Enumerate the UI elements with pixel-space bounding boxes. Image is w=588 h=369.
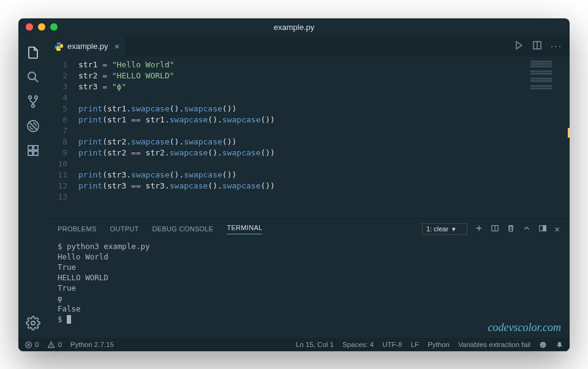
status-warnings[interactable]: 0 bbox=[47, 341, 61, 349]
status-cursor-position[interactable]: Ln 15, Col 1 bbox=[296, 341, 334, 348]
terminal-line: Hello World bbox=[58, 252, 560, 262]
svg-rect-7 bbox=[34, 151, 38, 155]
svg-point-9 bbox=[31, 321, 35, 325]
terminal-line: $ bbox=[58, 314, 560, 324]
svg-rect-6 bbox=[28, 151, 32, 155]
line-number: 11 bbox=[48, 170, 78, 181]
line-number: 8 bbox=[48, 136, 78, 147]
terminal-line: True bbox=[58, 283, 560, 293]
explorer-icon[interactable] bbox=[18, 40, 48, 65]
status-python-version[interactable]: Python 2.7.15 bbox=[70, 341, 114, 348]
minimize-window-button[interactable] bbox=[38, 23, 45, 31]
new-terminal-icon[interactable] bbox=[475, 224, 483, 234]
status-indentation[interactable]: Spaces: 4 bbox=[342, 341, 374, 348]
line-number: 7 bbox=[48, 125, 78, 136]
code-line: 3str3 = "ϕ" bbox=[48, 81, 527, 92]
terminal-line: HELLO WORLD bbox=[58, 272, 560, 283]
tab-filename: example.py bbox=[67, 42, 108, 51]
tab-output[interactable]: OUTPUT bbox=[110, 225, 139, 233]
status-message[interactable]: Variables extraction fail bbox=[458, 341, 530, 348]
line-number: 2 bbox=[48, 70, 78, 81]
panel-layout-icon[interactable] bbox=[538, 224, 547, 234]
code-line: 13 bbox=[48, 192, 527, 203]
kill-terminal-icon[interactable] bbox=[507, 224, 515, 234]
tab-bar: example.py × ··· bbox=[48, 35, 570, 57]
code-line: 2str2 = "HELLO WORLD" bbox=[48, 70, 527, 81]
terminal-selector[interactable]: 1: clear ▾ bbox=[422, 223, 467, 235]
line-number: 3 bbox=[48, 81, 78, 92]
editor-area: 1str1 = "Hello World"2str2 = "HELLO WORL… bbox=[48, 57, 570, 218]
editor-tab[interactable]: example.py × bbox=[48, 35, 126, 57]
tab-close-icon[interactable]: × bbox=[114, 41, 119, 51]
main: example.py × ··· 1str1 = "Hello World"2s… bbox=[48, 35, 570, 338]
code-line: 7 bbox=[48, 125, 527, 136]
svg-rect-5 bbox=[28, 146, 32, 150]
code-line: 9print(str2 == str2.swapcase().swapcase(… bbox=[48, 147, 527, 158]
status-feedback-icon[interactable] bbox=[539, 341, 547, 349]
titlebar: example.py bbox=[18, 18, 570, 35]
status-bell-icon[interactable] bbox=[556, 341, 564, 349]
code-editor[interactable]: 1str1 = "Hello World"2str2 = "HELLO WORL… bbox=[48, 57, 527, 218]
maximize-panel-icon[interactable] bbox=[522, 224, 531, 234]
traffic-lights bbox=[26, 23, 58, 31]
line-number: 6 bbox=[48, 114, 78, 125]
split-editor-icon[interactable] bbox=[532, 40, 542, 53]
line-number: 5 bbox=[48, 103, 78, 114]
status-errors[interactable]: 0 bbox=[24, 341, 39, 349]
editor-actions: ··· bbox=[514, 35, 570, 57]
terminal-line: True bbox=[58, 262, 560, 272]
code-line: 12print(str3 == str3.swapcase().swapcase… bbox=[48, 181, 527, 192]
more-actions-icon[interactable]: ··· bbox=[551, 41, 562, 52]
extensions-icon[interactable] bbox=[18, 138, 48, 163]
svg-point-11 bbox=[59, 49, 60, 50]
tab-problems[interactable]: PROBLEMS bbox=[58, 225, 97, 233]
terminal-line: False bbox=[58, 304, 560, 314]
minimap[interactable] bbox=[527, 57, 570, 218]
run-icon[interactable] bbox=[514, 40, 524, 53]
svg-point-0 bbox=[28, 72, 36, 80]
line-number: 9 bbox=[48, 147, 78, 158]
close-window-button[interactable] bbox=[26, 23, 33, 31]
window-title: example.py bbox=[18, 23, 570, 32]
code-line: 6print(str1 == str1.swapcase().swapcase(… bbox=[48, 114, 527, 125]
terminal-line: $ python3 example.py bbox=[58, 241, 560, 252]
terminal-output[interactable]: $ python3 example.pyHello WorldTrueHELLO… bbox=[48, 239, 570, 338]
svg-point-3 bbox=[32, 105, 35, 108]
status-encoding[interactable]: UTF-8 bbox=[382, 341, 402, 348]
terminal-cursor bbox=[67, 315, 71, 324]
svg-point-19 bbox=[543, 343, 544, 344]
panel-tabs: PROBLEMS OUTPUT DEBUG CONSOLE TERMINAL 1… bbox=[48, 219, 570, 239]
svg-rect-8 bbox=[34, 146, 38, 150]
window: example.py bbox=[18, 18, 570, 351]
svg-point-10 bbox=[57, 43, 58, 43]
line-number: 12 bbox=[48, 181, 78, 192]
code-line: 1str1 = "Hello World" bbox=[48, 59, 527, 70]
svg-point-1 bbox=[29, 96, 32, 99]
python-file-icon bbox=[54, 42, 64, 51]
line-number: 4 bbox=[48, 92, 78, 103]
terminal-line: φ bbox=[58, 293, 560, 304]
maximize-window-button[interactable] bbox=[50, 23, 58, 31]
status-eol[interactable]: LF bbox=[411, 341, 419, 348]
svg-point-2 bbox=[35, 96, 38, 99]
status-language[interactable]: Python bbox=[428, 341, 450, 348]
body: example.py × ··· 1str1 = "Hello World"2s… bbox=[18, 35, 570, 338]
close-panel-icon[interactable]: × bbox=[554, 224, 560, 234]
svg-rect-15 bbox=[543, 226, 546, 231]
code-line: 5print(str1.swapcase().swapcase()) bbox=[48, 103, 527, 114]
tab-debug-console[interactable]: DEBUG CONSOLE bbox=[153, 225, 214, 233]
tab-terminal[interactable]: TERMINAL bbox=[227, 224, 262, 234]
search-icon[interactable] bbox=[18, 65, 48, 89]
debug-icon[interactable] bbox=[18, 114, 48, 138]
line-number: 13 bbox=[48, 192, 78, 203]
line-number: 10 bbox=[48, 158, 78, 170]
split-terminal-icon[interactable] bbox=[491, 224, 499, 234]
svg-point-17 bbox=[540, 341, 546, 348]
activity-bar bbox=[18, 35, 48, 338]
code-line: 4 bbox=[48, 92, 527, 103]
code-line: 8print(str2.swapcase().swapcase()) bbox=[48, 136, 527, 147]
settings-gear-icon[interactable] bbox=[18, 311, 48, 335]
scroll-marker bbox=[568, 128, 570, 138]
source-control-icon[interactable] bbox=[18, 89, 48, 114]
line-number: 1 bbox=[48, 59, 78, 70]
